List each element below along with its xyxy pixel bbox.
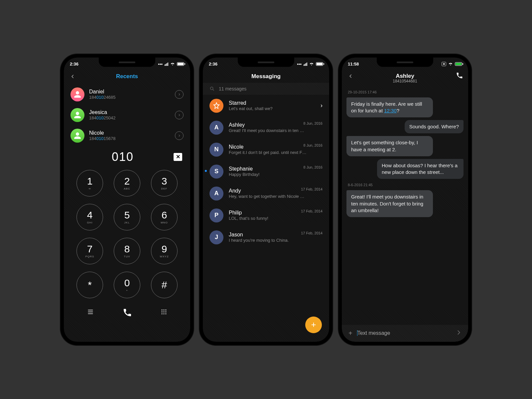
dialpad-toggle-button[interactable] — [161, 309, 167, 317]
info-button[interactable] — [175, 111, 184, 119]
menu-button[interactable] — [87, 308, 94, 317]
compose-fab[interactable]: + — [305, 317, 322, 333]
svg-point-1 — [164, 309, 165, 310]
conversation-name: Philip — [229, 210, 268, 216]
avatar: S — [209, 165, 223, 179]
chat-contact-number: 18410544681 — [347, 79, 463, 83]
contact-row[interactable]: Daniel18401024685 — [64, 84, 190, 105]
signal-icon — [304, 63, 307, 66]
svg-point-6 — [162, 313, 163, 314]
conversation-preview: I heard you're moving to China. — [229, 238, 289, 243]
conversation-name: Nicole — [229, 144, 307, 150]
avatar — [70, 108, 84, 122]
conversation-date: 17 Feb, 2014 — [301, 209, 323, 213]
info-button[interactable] — [175, 90, 184, 99]
svg-point-4 — [164, 311, 165, 312]
conversation-preview: Happy Birthday! — [229, 172, 260, 177]
avatar: A — [209, 187, 223, 200]
avatar — [70, 129, 84, 143]
wifi-icon — [170, 62, 175, 66]
message-incoming[interactable]: Let's get something close-by, I have a m… — [346, 136, 433, 156]
conversation-row[interactable]: PPhilipLOL, that's so funny!17 Feb, 2014 — [203, 204, 329, 226]
svg-point-0 — [162, 309, 163, 310]
conversation-preview: Great! I'll meet you downstairs in ten … — [229, 128, 304, 133]
keypad: 1∞2ABC3DEF4GHI5JKL6MNO7PQRS8TUV9WXYZ*0+# — [64, 165, 190, 300]
conversation-list: AAshleyGreat! I'll meet you downstairs i… — [203, 117, 329, 248]
keypad-key-0[interactable]: 0+ — [114, 272, 140, 298]
call-button[interactable] — [120, 305, 135, 320]
unread-dot — [205, 170, 207, 172]
phone-dialer: 2:36 ••• Recents Daniel18401024685Jeesic… — [61, 54, 194, 345]
keypad-key-2[interactable]: 2ABC — [114, 170, 140, 197]
message-timestamp: 29-10-2015 17:46 — [348, 90, 462, 94]
conversation-row[interactable]: JJasonI heard you're moving to China.17 … — [203, 226, 329, 248]
attach-button[interactable]: + — [348, 330, 352, 337]
conversation-date: 8 Jun, 2016 — [304, 121, 323, 125]
message-outgoing[interactable]: Sounds good. Where? — [405, 120, 464, 133]
time-link[interactable]: 12:30 — [384, 108, 397, 113]
conversation-row[interactable]: AAshleyGreat! I'll meet you downstairs i… — [203, 117, 329, 139]
keypad-key-5[interactable]: 5JKL — [114, 204, 140, 230]
message-incoming[interactable]: Friday is finally here. Are we still on … — [346, 97, 433, 118]
battery-icon — [177, 62, 184, 66]
contact-row[interactable]: Jeesica18401025042 — [64, 105, 190, 125]
keypad-key-9[interactable]: 9WXYZ — [151, 238, 178, 264]
avatar: N — [209, 143, 223, 157]
svg-point-2 — [165, 309, 166, 310]
signal-icon — [165, 63, 168, 66]
keypad-key-4[interactable]: 4GHI — [76, 204, 103, 230]
keypad-key-*[interactable]: * — [76, 272, 103, 298]
keypad-key-8[interactable]: 8TUV — [114, 238, 140, 264]
conversation-row[interactable]: NNicoleForget it.I don't bl get paid. un… — [203, 139, 329, 161]
message-outgoing[interactable]: How about dosas? I hear there's a new pl… — [377, 159, 464, 179]
keypad-key-6[interactable]: 6MNO — [151, 204, 178, 230]
phone-chat: 11:58 ✕ Ashley 18410544681 2 — [338, 54, 471, 345]
search-bar[interactable]: 11 messages — [203, 83, 329, 95]
wifi-icon — [448, 62, 453, 66]
avatar: P — [209, 208, 223, 222]
contact-name: Daniel — [89, 89, 116, 95]
message-incoming[interactable]: Great! I'll meet you downstairs in ten m… — [346, 190, 433, 217]
conversation-date: 17 Feb, 2014 — [301, 187, 323, 191]
keypad-key-3[interactable]: 3DEF — [151, 170, 178, 197]
search-icon — [209, 86, 215, 91]
star-icon — [209, 99, 223, 113]
more-icon: ••• — [158, 62, 163, 66]
contact-row[interactable]: Nicole18401015678 — [64, 125, 190, 146]
dial-display: 010 — [72, 150, 174, 164]
info-button[interactable] — [175, 131, 184, 140]
phone-notch — [377, 58, 433, 67]
conversation-starred[interactable]: Starred Let's eat out, shall we? › — [203, 95, 329, 117]
backspace-button[interactable]: ✕ — [174, 153, 182, 161]
wifi-icon — [309, 62, 314, 66]
conversation-date: 8 Jun, 2016 — [304, 143, 323, 147]
keypad-key-1[interactable]: 1∞ — [76, 170, 103, 197]
dnd-icon: ✕ — [442, 62, 446, 66]
conversation-date: 17 Feb, 2014 — [301, 231, 323, 235]
keypad-key-7[interactable]: 7PQRS — [76, 238, 103, 264]
conversation-preview: Forget it.I don't bl get paid. until nex… — [229, 150, 307, 155]
status-time: 2:36 — [209, 62, 217, 66]
conversation-preview: Let's eat out, shall we? — [229, 106, 273, 111]
conversation-row[interactable]: AAndyHey, want to get together with Nico… — [203, 183, 329, 204]
page-title: Recents — [64, 73, 190, 80]
message-input[interactable]: ​Text message — [357, 330, 451, 336]
conversation-name: Jason — [229, 232, 289, 238]
svg-point-8 — [165, 313, 166, 314]
keypad-key-#[interactable]: # — [151, 272, 178, 298]
conversation-row[interactable]: SStephanieHappy Birthday!8 Jun, 2016 — [203, 161, 329, 183]
search-placeholder: 11 messages — [219, 86, 246, 91]
contact-phone: 18401015678 — [89, 136, 116, 141]
contact-name: Jeesica — [89, 109, 116, 115]
avatar: J — [209, 230, 223, 244]
phone-notch — [99, 58, 155, 67]
battery-icon — [316, 62, 323, 66]
back-icon[interactable] — [69, 73, 76, 80]
status-time: 2:36 — [70, 62, 78, 66]
battery-charging-icon — [455, 62, 462, 66]
send-button[interactable] — [456, 330, 462, 337]
conversation-date: 8 Jun, 2016 — [304, 165, 323, 169]
avatar: A — [209, 121, 223, 135]
conversation-name: Ashley — [229, 122, 304, 128]
svg-point-7 — [164, 313, 165, 314]
